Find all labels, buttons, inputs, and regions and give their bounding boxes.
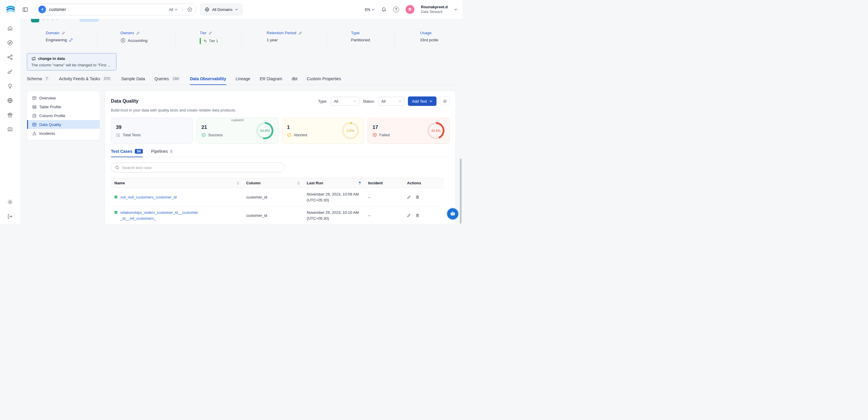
domains-globe-icon[interactable] [7,98,13,103]
delete-trash-icon[interactable] [415,214,420,217]
announcement-body: The column "name" will be changed to "Fi… [31,63,112,67]
tab-data-observability[interactable]: Data Observability [190,77,226,85]
main-content: • • • • Domain Engineering Owners [20,19,462,224]
subnav-incidents[interactable]: Incidents [27,129,100,138]
chatbot-button[interactable] [446,207,459,220]
edit-pencil-icon[interactable] [136,31,140,35]
language-dropdown[interactable]: EN [365,7,375,12]
slash-circle-icon [287,133,291,137]
page-subtitle: Build trust in your data with quality te… [111,108,450,112]
edit-pencil-icon[interactable] [299,31,302,35]
link-icon[interactable] [69,38,73,42]
last-run-cell: November 29, 2023, 10:10 AM (UTC+05:30) [307,210,361,221]
table-row: relationships_orders_customer_id__custom… [111,206,443,224]
retention-label: Retention Period [267,31,297,35]
summary-type: Type Partitioned [327,31,395,49]
edit-pencil-icon[interactable] [407,195,411,199]
clear-search-icon[interactable] [187,7,192,12]
tab-queries[interactable]: Queries194 [155,77,181,85]
observability-key-icon[interactable] [7,69,13,74]
col-header-last-run[interactable]: Last Run [303,178,365,188]
home-icon[interactable] [7,25,13,31]
search-scope-dropdown[interactable]: All [169,7,178,12]
insights-bulb-icon[interactable] [7,83,13,89]
chevron-down-icon [235,8,238,10]
type-value: Partitioned [351,38,370,42]
notifications-bell-icon[interactable] [381,7,387,12]
subnav-data-quality[interactable]: Data Quality [27,120,100,129]
pipelines-count: 5 [170,149,172,154]
edit-pencil-icon[interactable] [209,31,212,35]
search-divider [182,6,183,12]
domains-dropdown[interactable]: All Domains [200,3,242,16]
col-header-name[interactable]: Name [111,178,243,188]
owners-value[interactable]: Accounting [128,38,148,43]
summary-owners: Owners Accounting [97,31,176,49]
status-filter-select[interactable]: All [378,97,404,106]
ai-sparkle-icon[interactable] [38,6,46,13]
tier-tag[interactable]: Tier 1 [200,38,221,44]
subnav-overview[interactable]: Overview [27,93,100,102]
globe-icon [205,7,209,12]
delete-trash-icon[interactable] [415,195,420,199]
tab-activity-feeds[interactable]: Activity Feeds & Tasks570 [59,77,112,85]
user-role: Data Steward [421,10,448,14]
language-value: EN [365,7,370,12]
settings-gear-icon[interactable] [7,199,13,205]
tag-icon [204,39,207,43]
edit-pencil-icon[interactable] [407,214,411,217]
logout-icon[interactable] [7,214,13,219]
tab-test-cases[interactable]: Test Cases 54 [111,149,143,157]
subnav-table-profile[interactable]: Table Profile [27,102,100,111]
edit-pencil-icon[interactable] [62,31,65,35]
quality-settings-gear-icon[interactable] [440,96,450,106]
test-case-search [111,162,285,173]
tab-lineage[interactable]: Lineage [236,77,250,85]
donut-hover-label: custom3 [231,118,244,122]
tab-er-diagram[interactable]: ER Diagram [260,77,282,85]
knowledge-book-icon[interactable] [7,126,13,132]
col-header-column[interactable]: Column [243,178,303,188]
left-nav-rail [0,19,20,224]
type-filter-select[interactable]: All [331,97,359,106]
table-header-row: Name Column Last Run Incident Actions [111,178,443,188]
aborted-donut-chart: 2.6% [342,122,359,139]
tab-sample-data[interactable]: Sample Data [121,77,145,85]
tab-schema[interactable]: Schema7 [27,77,50,85]
type-label: Type [351,31,360,35]
chevron-down-icon [399,100,401,102]
success-donut-chart: 53.8% [256,122,273,139]
add-test-button[interactable]: Add Test [408,96,436,106]
sort-icons [297,181,300,185]
tab-custom-properties[interactable]: Custom Properties [307,77,341,85]
announcement-card[interactable]: change in data The column "name" will be… [27,53,117,70]
failed-donut-chart: 43.6% [427,122,444,139]
test-case-link[interactable]: relationships_orders_customer_id__custom… [120,210,200,221]
search-input[interactable] [49,7,166,12]
tab-count: 7 [44,77,50,81]
topbar: All All Domains EN [0,0,462,19]
tab-count: 194 [171,77,181,81]
app-logo[interactable] [5,4,16,15]
tab-pipelines[interactable]: Pipelines 5 [151,149,172,157]
help-icon[interactable]: ? [393,6,399,12]
test-case-search-input[interactable] [122,166,281,170]
table-profile-icon [32,105,37,109]
lineage-nodes-icon[interactable] [7,54,13,60]
team-avatar-icon [120,38,126,43]
summary-tier: Tier Tier 1 [176,31,242,49]
explore-compass-icon[interactable] [7,40,13,46]
subnav-column-profile[interactable]: Column Profile [27,111,100,120]
stat-card-total-tests: 39 Total Tests [111,118,193,144]
vertical-scrollbar[interactable] [460,159,462,223]
user-avatar[interactable]: R [406,5,414,14]
column-cell: customer_id [243,206,303,224]
domain-value[interactable]: Engineering [46,38,67,42]
tab-dbt[interactable]: dbt [292,77,297,85]
test-case-link[interactable]: not_null_customers_customer_id [120,194,177,200]
user-meta[interactable]: Rounakpreet.d Data Steward [421,5,448,14]
sidebar-toggle-icon[interactable] [23,7,28,12]
user-menu-chevron-icon[interactable] [454,8,457,10]
govern-bank-icon[interactable] [7,112,13,118]
page-title: Data Quality [111,98,138,104]
